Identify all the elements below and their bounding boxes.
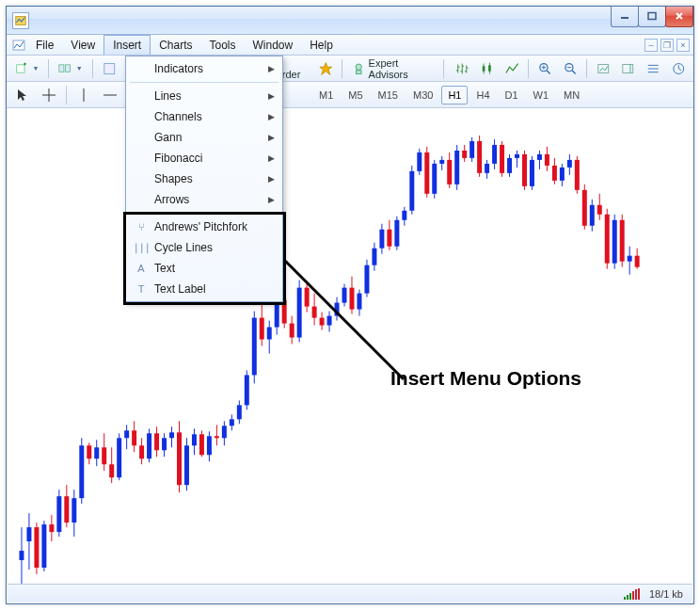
timeframe-h1[interactable]: H1	[441, 86, 468, 104]
app-window: File View Insert Charts Tools Window Hel…	[6, 6, 694, 604]
menu-item-gann[interactable]: Gann▶	[128, 127, 280, 148]
cursor-button[interactable]	[10, 85, 35, 105]
svg-rect-43	[79, 445, 84, 498]
menu-item-text[interactable]: AText	[128, 258, 280, 279]
market-watch-button[interactable]	[98, 58, 121, 79]
menu-separator	[130, 82, 278, 83]
svg-rect-37	[56, 496, 61, 532]
menu-item-text-label[interactable]: TText Label	[128, 279, 280, 299]
svg-rect-89	[252, 318, 257, 376]
toolbar-main: ▼ ▼ w Order Expert Advisors	[7, 56, 693, 82]
zoom-out-button[interactable]	[559, 58, 582, 79]
profiles-button[interactable]: ▼	[54, 58, 87, 79]
chart-shift-button[interactable]	[616, 58, 640, 79]
line-chart-button[interactable]	[501, 58, 524, 79]
timeframe-m30[interactable]: M30	[406, 86, 439, 104]
svg-rect-181	[597, 205, 602, 215]
svg-rect-47	[94, 447, 99, 458]
svg-rect-159	[515, 154, 519, 158]
separator	[48, 59, 49, 78]
submenu-arrow-icon: ▶	[268, 174, 275, 184]
new-chart-button[interactable]: ▼	[10, 58, 43, 79]
svg-rect-123	[379, 230, 384, 249]
submenu-arrow-icon: ▶	[268, 195, 275, 204]
zoom-in-button[interactable]	[533, 58, 557, 79]
svg-rect-137	[432, 164, 437, 194]
chart-doc-icon	[10, 35, 27, 55]
svg-rect-169	[552, 166, 557, 181]
menu-item-andrews-pitchfork[interactable]: ⑂Andrews' Pitchfork	[128, 217, 280, 237]
svg-rect-125	[387, 230, 391, 247]
svg-rect-71	[184, 445, 189, 485]
menu-item-channels[interactable]: Channels▶	[128, 106, 280, 127]
menu-item-fibonacci[interactable]: Fibonacci▶	[128, 148, 280, 169]
indicators-list-button[interactable]	[642, 58, 665, 79]
svg-rect-141	[447, 160, 452, 185]
timeframe-w1[interactable]: W1	[527, 86, 556, 104]
menu-item-arrows[interactable]: Arrows▶	[128, 189, 280, 210]
svg-rect-55	[124, 430, 129, 438]
close-button[interactable]	[665, 7, 693, 27]
titlebar	[7, 7, 693, 35]
auto-scroll-button[interactable]	[592, 58, 615, 79]
price-chart[interactable]	[8, 109, 692, 584]
child-minimize-icon[interactable]: –	[644, 39, 658, 52]
submenu-arrow-icon: ▶	[268, 153, 275, 163]
menu-item-indicators[interactable]: Indicators▶	[128, 58, 280, 79]
menubar: File View Insert Charts Tools Window Hel…	[7, 35, 693, 56]
svg-rect-171	[560, 168, 565, 181]
submenu-arrow-icon: ▶	[268, 64, 275, 73]
svg-rect-29	[26, 527, 31, 541]
bar-chart-button[interactable]	[451, 58, 474, 79]
svg-rect-147	[469, 141, 474, 158]
menu-file[interactable]: File	[27, 35, 62, 55]
svg-rect-69	[177, 432, 182, 485]
crosshair-button[interactable]	[37, 85, 61, 105]
svg-rect-35	[49, 524, 54, 532]
menu-view[interactable]: View	[62, 35, 103, 55]
timeframe-m5[interactable]: M5	[342, 86, 369, 104]
svg-rect-117	[357, 294, 361, 310]
expert-advisors-button[interactable]: Expert Advisors	[347, 58, 438, 79]
svg-rect-109	[327, 316, 332, 326]
svg-rect-103	[305, 288, 310, 307]
menu-tools[interactable]: Tools	[201, 35, 245, 55]
menu-item-lines[interactable]: Lines▶	[128, 86, 280, 106]
horizontal-line-button[interactable]	[98, 85, 122, 105]
submenu-arrow-icon: ▶	[268, 112, 275, 121]
menu-window[interactable]: Window	[245, 35, 302, 55]
svg-rect-45	[87, 445, 91, 458]
minimize-button[interactable]	[611, 7, 639, 27]
maximize-button[interactable]	[638, 7, 666, 27]
svg-rect-183	[605, 215, 610, 264]
menu-item-cycle-lines[interactable]: ∣∣∣Cycle Lines	[128, 237, 280, 258]
svg-rect-51	[109, 464, 114, 477]
svg-rect-149	[477, 141, 482, 173]
menu-item-shapes[interactable]: Shapes▶	[128, 169, 280, 189]
statusbar: 18/1 kb	[8, 584, 692, 602]
timeframe-d1[interactable]: D1	[499, 86, 525, 104]
menu-help[interactable]: Help	[301, 35, 342, 55]
timeframe-mn[interactable]: MN	[557, 86, 586, 104]
periodicity-button[interactable]	[667, 58, 691, 79]
menu-charts[interactable]: Charts	[151, 35, 200, 55]
child-close-icon[interactable]: ×	[676, 39, 690, 52]
svg-rect-63	[154, 433, 159, 450]
autotrading-button[interactable]	[314, 58, 338, 79]
svg-rect-101	[297, 288, 302, 338]
svg-rect-189	[628, 256, 632, 262]
svg-rect-145	[462, 151, 467, 158]
svg-rect-61	[147, 433, 151, 458]
separator	[92, 59, 93, 78]
svg-rect-41	[72, 498, 76, 522]
svg-rect-95	[275, 300, 279, 328]
svg-rect-155	[500, 145, 504, 173]
timeframe-m1[interactable]: M1	[312, 86, 340, 104]
candlestick-button[interactable]	[475, 58, 499, 79]
timeframe-m15[interactable]: M15	[372, 86, 405, 104]
svg-rect-167	[545, 154, 549, 166]
menu-insert[interactable]: Insert	[103, 35, 151, 55]
vertical-line-button[interactable]	[72, 85, 96, 105]
timeframe-h4[interactable]: H4	[469, 86, 496, 104]
child-restore-icon[interactable]: ❐	[660, 39, 674, 52]
